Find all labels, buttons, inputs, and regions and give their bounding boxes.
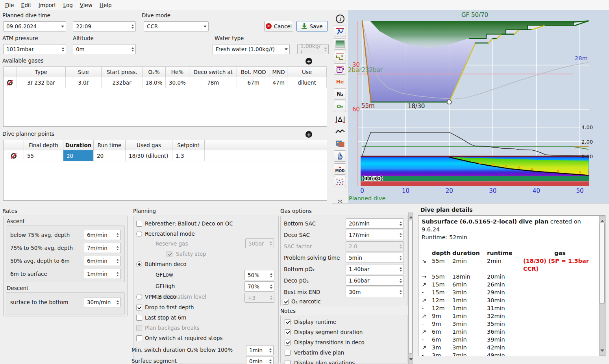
spinner-buttons[interactable] — [130, 23, 134, 30]
buhlmann-label[interactable]: Bühlmann deco — [145, 261, 187, 267]
cell[interactable]: 1.3 — [172, 150, 205, 161]
table-row[interactable]: 3ℓ 232 bar3.0ℓ232bar18.0%30.0%78m67m47md… — [4, 77, 327, 88]
menu-import[interactable]: Import — [35, 1, 60, 9]
spinner-buttons[interactable] — [115, 258, 119, 264]
note-checkbox[interactable] — [285, 350, 291, 356]
ceiling-icon[interactable] — [334, 113, 346, 125]
clock-icon[interactable] — [334, 63, 346, 75]
note-label[interactable]: Display runtime — [294, 319, 336, 325]
menu-view[interactable]: View — [76, 1, 96, 9]
cell[interactable]: 55 — [24, 150, 63, 161]
recreational-radio[interactable] — [136, 231, 142, 237]
buhlmann-radio[interactable] — [136, 261, 142, 267]
mod-icon[interactable]: +MOD — [334, 163, 346, 175]
options-scrollbar[interactable] — [408, 212, 413, 364]
menu-file[interactable]: File — [2, 1, 18, 9]
oxygen-icon[interactable]: O₂ — [334, 101, 346, 112]
add-gas-button[interactable]: + — [305, 58, 312, 65]
dive-mode-select[interactable]: CCR — [144, 21, 209, 31]
spinner-buttons[interactable] — [60, 46, 64, 53]
cell[interactable]: 18.0% — [143, 77, 166, 88]
min-switch-duration-stepper[interactable]: 1min — [246, 345, 274, 355]
add-point-button[interactable]: + — [305, 131, 312, 138]
spinner-buttons[interactable] — [398, 266, 402, 273]
cell[interactable]: 20 — [63, 150, 94, 161]
scroll-up-icon[interactable] — [600, 218, 604, 222]
spinner-buttons[interactable] — [267, 358, 272, 364]
cell[interactable]: 47m — [270, 77, 287, 88]
descent-rate-stepper[interactable]: 30m/min — [84, 297, 121, 307]
note-label[interactable]: Display plan variations — [294, 360, 355, 364]
diver-icon[interactable] — [334, 26, 346, 37]
o2-narcotic-label[interactable]: O₂ narcotic — [291, 298, 321, 305]
column-header[interactable]: He% — [166, 67, 190, 77]
photos-icon[interactable] — [334, 138, 346, 149]
spinner-buttons[interactable] — [268, 283, 272, 290]
rebreather-checkbox[interactable] — [136, 221, 142, 227]
ascent-rate-stepper[interactable]: 1m/min — [84, 269, 121, 279]
column-header[interactable]: Bot. MOD — [237, 67, 270, 77]
spinner-buttons[interactable] — [130, 46, 134, 53]
profile-steps-icon[interactable] — [334, 51, 346, 62]
o2-narcotic-checkbox[interactable] — [283, 299, 289, 305]
spinner-buttons[interactable] — [268, 272, 272, 279]
column-header[interactable]: Final depth — [24, 140, 63, 150]
column-header[interactable]: Use — [287, 67, 327, 77]
surface-segment-stepper[interactable]: 0min — [246, 356, 274, 364]
scroll-down-icon[interactable] — [600, 349, 604, 354]
cell[interactable]: 3ℓ 232 bar — [17, 77, 66, 88]
ascent-rate-stepper[interactable]: 6m/min — [84, 230, 121, 240]
gas-consumption-icon[interactable] — [334, 150, 346, 162]
dive-time-stepper[interactable]: 22:09 — [73, 21, 136, 31]
available-gases-table[interactable]: TypeSizeStart press.O₂%He%Deco switch at… — [3, 67, 327, 127]
only-switch-checkbox[interactable] — [136, 335, 142, 341]
cell[interactable]: 3.0ℓ — [66, 77, 102, 88]
column-header[interactable]: Used gas — [126, 140, 172, 150]
drop-to-first-depth-checkbox[interactable] — [136, 305, 142, 310]
gas-option-stepper[interactable]: 30m — [346, 287, 404, 297]
save-button[interactable]: Save — [296, 21, 328, 31]
note-checkbox[interactable] — [285, 329, 291, 335]
rebreather-label[interactable]: Rebreather: Bailout / Deco on OC — [145, 220, 233, 227]
cancel-button[interactable]: ✕ Cancel — [264, 21, 293, 31]
recreational-label[interactable]: Recreational mode — [145, 231, 195, 237]
scroll-up-icon[interactable] — [409, 214, 413, 218]
column-header[interactable]: Duration — [63, 140, 94, 150]
spinner-buttons[interactable] — [398, 220, 402, 227]
gas-option-stepper[interactable]: 1.60bar — [346, 275, 404, 286]
gfhigh-stepper[interactable]: 70% — [244, 281, 274, 292]
cell[interactable]: 78m — [189, 77, 237, 88]
dive-profile-chart[interactable]: GF 50/7030602bar232bar55m18/3028m4.002.0… — [348, 10, 609, 203]
column-header[interactable] — [4, 67, 17, 77]
heartrate-icon[interactable] — [334, 126, 346, 137]
remove-row-icon[interactable] — [7, 80, 13, 85]
vpmb-radio[interactable] — [136, 294, 142, 300]
menu-help[interactable]: Help — [96, 1, 115, 9]
atm-pressure-stepper[interactable]: 1013mbar — [3, 44, 66, 54]
gas-option-stepper[interactable]: 20ℓ/min — [346, 218, 404, 229]
note-label[interactable]: Display segment duration — [294, 329, 363, 335]
spinner-buttons[interactable] — [115, 271, 119, 277]
column-header[interactable] — [4, 140, 24, 150]
note-checkbox[interactable] — [285, 360, 291, 364]
column-header[interactable]: Setpoint — [172, 140, 205, 150]
note-checkbox[interactable] — [285, 319, 291, 325]
cell[interactable]: 20 — [94, 150, 126, 161]
menu-edit[interactable]: Edit — [18, 1, 35, 9]
dive-plan-scrollbar[interactable] — [599, 216, 605, 356]
cell[interactable]: 18/30 (diluent) — [126, 150, 172, 161]
spinner-buttons[interactable] — [267, 347, 272, 354]
column-header[interactable]: Start press. — [102, 67, 143, 77]
cell[interactable]: 30.0% — [166, 77, 190, 88]
nitrogen-icon[interactable]: N₂ — [334, 88, 346, 100]
ascent-rate-stepper[interactable]: 6m/min — [84, 256, 121, 266]
dive-date-select[interactable]: 09.06.2024 — [3, 21, 66, 31]
spinner-buttons[interactable] — [115, 232, 119, 238]
helium-icon[interactable]: He — [334, 76, 346, 87]
spinner-buttons[interactable] — [398, 232, 402, 238]
column-header[interactable]: O₂% — [143, 67, 166, 77]
spinner-buttons[interactable] — [115, 245, 119, 251]
dive-plan-scrollbar-thumb[interactable] — [600, 223, 605, 304]
remove-row-icon[interactable] — [11, 153, 17, 159]
spinner-buttons[interactable] — [398, 289, 402, 296]
